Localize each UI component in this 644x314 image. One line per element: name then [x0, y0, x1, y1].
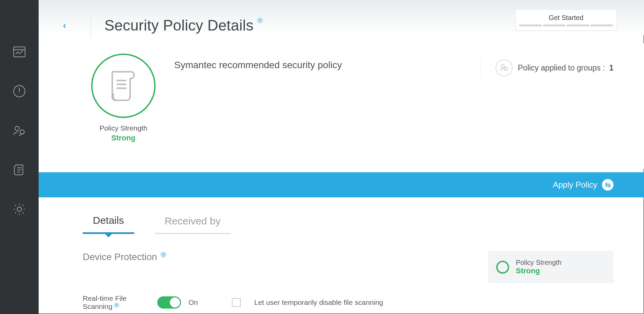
- realtime-scan-toggle[interactable]: [157, 296, 181, 309]
- tabs: Details Received by: [39, 207, 644, 234]
- strength-ring-icon: [496, 261, 509, 274]
- sidebar-item-settings[interactable]: [12, 201, 27, 217]
- section-title-text: Device Protection: [83, 252, 157, 262]
- policy-applied-info: Policy applied to groups : 1: [480, 60, 613, 76]
- svg-point-3: [20, 130, 24, 134]
- toggle-state-text: On: [188, 298, 198, 307]
- back-button[interactable]: ‹: [63, 21, 66, 30]
- gear-icon: [12, 202, 26, 216]
- svg-point-6: [504, 67, 507, 70]
- apply-policy-button[interactable]: Apply Policy ⇆: [553, 179, 613, 191]
- section-device-protection: Device Protection ?: [83, 252, 166, 262]
- sidepanel-strength-value: Strong: [516, 267, 562, 275]
- apply-icon: ⇆: [602, 179, 613, 191]
- policy-strength-ring: [91, 54, 156, 118]
- alert-icon: [12, 84, 26, 98]
- apply-policy-bar: Apply Policy ⇆: [39, 172, 644, 197]
- svg-point-5: [501, 65, 504, 68]
- allow-disable-checkbox[interactable]: [232, 298, 241, 307]
- back-region: ‹: [39, 14, 91, 37]
- applied-label: Policy applied to groups :: [518, 63, 605, 72]
- sidebar-item-policies[interactable]: [12, 162, 27, 178]
- get-started-card[interactable]: Get Started: [515, 9, 617, 31]
- sidepanel-strength-label: Policy Strength: [516, 259, 562, 267]
- applied-count: 1: [609, 63, 613, 72]
- policy-strength-label: Policy Strength: [89, 124, 157, 132]
- policy-name: Symantec recommended security policy: [174, 60, 342, 71]
- svg-point-2: [15, 126, 19, 131]
- policy-strength-sidepanel: Policy Strength Strong: [488, 251, 613, 283]
- help-icon[interactable]: ?: [114, 302, 119, 308]
- help-icon[interactable]: ?: [257, 17, 263, 23]
- setting-label: Real-time File Scanning?: [83, 294, 144, 311]
- svg-point-4: [17, 207, 22, 212]
- sidebar: [0, 0, 39, 314]
- groups-icon: [496, 59, 512, 76]
- policy-strength-value: Strong: [89, 134, 157, 142]
- help-icon[interactable]: ?: [160, 252, 166, 258]
- policy-strength-badge: Policy Strength Strong: [89, 54, 157, 142]
- page-title: Security Policy Details: [104, 17, 254, 34]
- policy-summary: Policy Strength Strong Symantec recommen…: [39, 43, 644, 169]
- groups-icon: [12, 123, 26, 138]
- tab-received-by[interactable]: Received by: [155, 215, 231, 234]
- sidebar-item-alerts[interactable]: [12, 83, 27, 99]
- sidebar-item-dashboard[interactable]: [12, 44, 27, 60]
- allow-disable-label: Let user temporarily disable file scanni…: [254, 298, 383, 307]
- get-started-label: Get Started: [549, 14, 583, 22]
- svg-rect-0: [14, 47, 25, 57]
- policy-scroll-icon: [12, 163, 26, 177]
- tab-details[interactable]: Details: [83, 215, 134, 234]
- apply-policy-label: Apply Policy: [553, 180, 597, 190]
- sidebar-item-groups[interactable]: [12, 123, 27, 138]
- setting-realtime-scanning: Real-time File Scanning? On Let user tem…: [83, 294, 613, 311]
- onboarding-progress: [519, 24, 613, 26]
- scroll-icon: [108, 69, 139, 103]
- dashboard-icon: [12, 45, 26, 59]
